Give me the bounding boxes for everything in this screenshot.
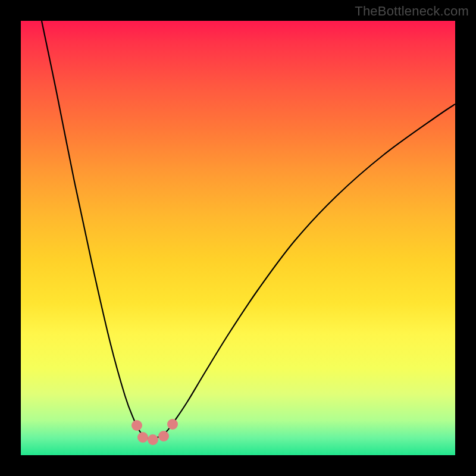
watermark-text: TheBottleneck.com	[355, 4, 469, 19]
marker-group	[131, 419, 178, 445]
marker-4	[158, 431, 169, 441]
bottleneck-chart	[21, 21, 455, 455]
marker-3	[148, 434, 158, 445]
marker-1	[131, 420, 142, 431]
marker-5	[167, 419, 178, 430]
marker-2	[137, 432, 148, 443]
bottleneck-curve-path	[42, 21, 455, 439]
